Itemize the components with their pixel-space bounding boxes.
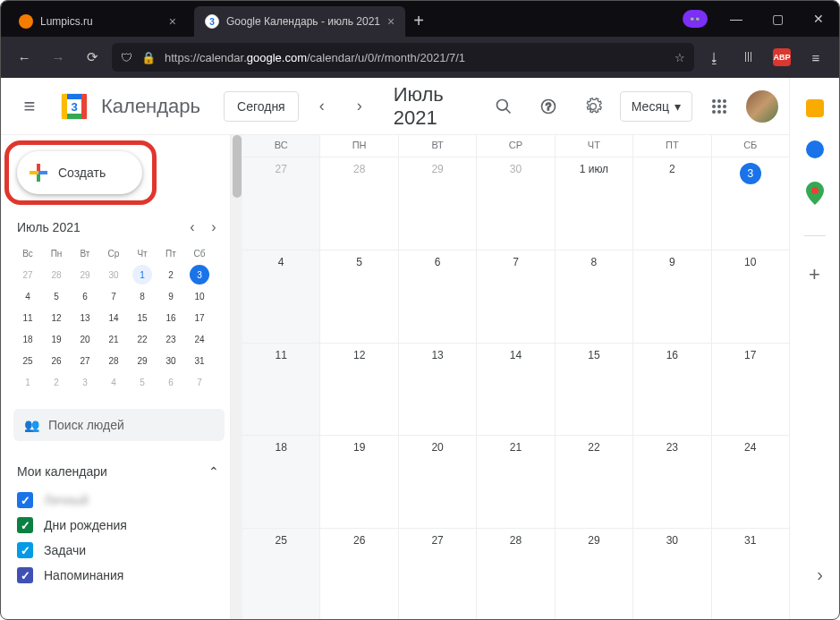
mini-day[interactable]: 21 [99,328,128,350]
mini-day[interactable]: 6 [157,371,185,393]
close-window-button[interactable]: ✕ [798,1,839,37]
mini-prev-button[interactable]: ‹ [182,219,203,235]
calendar-item[interactable]: ✓ Задачи [12,538,230,563]
grid-day[interactable]: 28 [319,157,397,250]
mini-day[interactable]: 4 [13,285,42,307]
calendar-item[interactable]: ✓ Напоминания [12,563,230,588]
grid-day[interactable]: 19 [319,436,397,528]
close-icon[interactable]: × [387,14,395,29]
google-apps-icon[interactable] [701,89,737,124]
mini-day[interactable]: 3 [185,264,214,285]
mini-day[interactable]: 16 [157,307,185,328]
mini-day[interactable]: 22 [128,328,157,350]
mini-day[interactable]: 27 [71,350,99,371]
mini-day[interactable]: 10 [185,285,214,307]
today-button[interactable]: Сегодня [224,91,299,122]
grid-day[interactable]: 4 [242,251,319,343]
view-selector[interactable]: Месяц▾ [620,91,692,122]
grid-day[interactable]: 24 [711,436,789,528]
mini-day[interactable]: 6 [71,285,99,307]
mini-day[interactable]: 27 [13,264,42,285]
mini-day[interactable]: 4 [99,371,128,393]
tab-lumpics[interactable]: Lumpics.ru × [8,6,187,37]
help-icon[interactable]: ? [530,89,566,124]
grid-day[interactable]: 28 [476,529,554,620]
forward-button[interactable]: → [44,43,72,72]
mini-day[interactable]: 31 [185,350,214,371]
mini-day[interactable]: 17 [185,307,214,328]
grid-day[interactable]: 5 [319,251,397,343]
mini-day[interactable]: 5 [42,285,71,307]
back-button[interactable]: ← [10,43,38,72]
bookmark-icon[interactable]: ☆ [675,51,685,64]
mini-next-button[interactable]: › [203,219,225,235]
tab-gcal[interactable]: 3 Google Календарь - июль 2021 × [194,6,405,37]
grid-day[interactable]: 29 [555,529,632,620]
calendar-item[interactable]: ✓ Дни рождения [12,513,230,538]
grid-day[interactable]: 27 [242,157,319,250]
mini-day[interactable]: 28 [42,264,71,285]
grid-day[interactable]: 29 [398,157,476,250]
mini-day[interactable]: 18 [13,328,42,350]
mini-day[interactable]: 8 [128,285,157,307]
search-people-input[interactable]: 👥 Поиск людей [13,409,225,441]
next-month-button[interactable]: › [345,92,374,121]
mini-day[interactable]: 23 [157,328,185,350]
mini-day[interactable]: 2 [42,371,71,393]
mini-day[interactable]: 11 [13,307,42,328]
mini-day[interactable]: 7 [185,371,214,393]
grid-day[interactable]: 30 [476,157,554,250]
downloads-icon[interactable]: ⭳ [700,43,728,72]
grid-day[interactable]: 31 [711,529,789,620]
calendar-item[interactable]: ✓ Личный [12,488,230,513]
mini-day[interactable]: 13 [71,307,99,328]
minimize-button[interactable]: — [716,1,757,37]
grid-day[interactable]: 27 [398,529,476,620]
sidebar-scrollbar[interactable] [230,135,242,620]
settings-icon[interactable] [575,89,611,124]
grid-day[interactable]: 23 [632,436,710,528]
mini-day[interactable]: 30 [99,264,128,285]
maps-icon[interactable] [806,182,824,208]
reload-button[interactable]: ⟳ [78,43,106,72]
mini-day[interactable]: 3 [71,371,99,393]
tasks-icon[interactable] [806,140,824,158]
url-bar[interactable]: 🛡 🔒 https://calendar.google.com/calendar… [112,43,694,72]
grid-day[interactable]: 15 [555,344,632,436]
mini-day[interactable]: 30 [157,350,185,371]
grid-day[interactable]: 13 [398,344,476,436]
close-icon[interactable]: × [169,14,176,29]
library-icon[interactable]: ꔖ [734,43,762,72]
mini-day[interactable]: 26 [42,350,71,371]
grid-day[interactable]: 14 [476,344,554,436]
mini-day[interactable]: 7 [99,285,128,307]
browser-menu-icon[interactable]: ≡ [802,43,830,72]
mini-day[interactable]: 14 [99,307,128,328]
new-tab-button[interactable]: + [405,11,432,37]
mini-day[interactable]: 2 [157,264,185,285]
grid-day[interactable]: 6 [398,251,476,343]
account-avatar[interactable] [746,90,778,123]
mini-day[interactable]: 15 [128,307,157,328]
my-calendars-header[interactable]: Мои календари ⌃ [12,457,230,486]
grid-day[interactable]: 26 [319,529,397,620]
grid-day[interactable]: 21 [476,436,554,528]
checkbox-icon[interactable]: ✓ [17,567,33,583]
grid-day[interactable]: 9 [632,251,710,343]
grid-day[interactable]: 1 июл [555,157,632,250]
grid-day[interactable]: 17 [711,344,789,436]
mini-day[interactable]: 9 [157,285,185,307]
grid-day[interactable]: 30 [632,529,710,620]
grid-day[interactable]: 20 [398,436,476,528]
mini-day[interactable]: 12 [42,307,71,328]
grid-day[interactable]: 10 [711,251,789,343]
keep-icon[interactable] [806,99,824,117]
grid-day[interactable]: 25 [242,529,319,620]
mini-day[interactable]: 25 [13,350,42,371]
search-icon[interactable] [486,89,522,124]
checkbox-icon[interactable]: ✓ [17,542,33,558]
mini-day[interactable]: 24 [185,328,214,350]
maximize-button[interactable]: ▢ [757,1,798,37]
abp-icon[interactable]: ABP [768,43,796,72]
mini-day[interactable]: 20 [71,328,99,350]
